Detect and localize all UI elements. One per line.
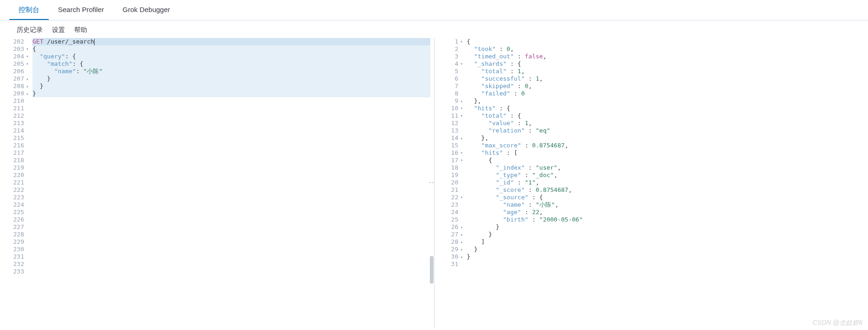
tab-bar: 控制台 Search Profiler Grok Debugger [0, 0, 868, 20]
watermark: CSDN @念奴娇6 [812, 319, 862, 327]
subtab-history[interactable]: 历史记录 [17, 26, 43, 34]
subtab-settings[interactable]: 设置 [52, 26, 65, 34]
tab-console[interactable]: 控制台 [9, 0, 49, 20]
subtab-help[interactable]: 帮助 [74, 26, 87, 34]
request-gutter: 202203▾204▾205▾206207▴208▴209▴2102112122… [0, 38, 32, 328]
split-handle[interactable]: ⋮ [428, 179, 434, 187]
sub-toolbar: 历史记录 设置 帮助 [0, 20, 868, 38]
main-split: 202203▾204▾205▾206207▴208▴209▴2102112122… [0, 38, 868, 328]
request-code[interactable]: GET /user/_search{ "query": { "match": {… [32, 38, 434, 328]
response-panel: 1▾234▾56789▴10▾11▾121314▴1516▾17▾1819202… [434, 38, 868, 328]
tab-grok-debugger[interactable]: Grok Debugger [113, 0, 179, 20]
tab-search-profiler[interactable]: Search Profiler [49, 0, 113, 20]
request-editor[interactable]: 202203▾204▾205▾206207▴208▴209▴2102112122… [0, 38, 434, 328]
request-panel: 202203▾204▾205▾206207▴208▴209▴2102112122… [0, 38, 434, 328]
response-code: { "took" : 0, "timed_out" : false, "_sha… [467, 38, 868, 328]
response-editor[interactable]: 1▾234▾56789▴10▾11▾121314▴1516▾17▾1819202… [434, 38, 868, 328]
response-gutter: 1▾234▾56789▴10▾11▾121314▴1516▾17▾1819202… [434, 38, 467, 328]
